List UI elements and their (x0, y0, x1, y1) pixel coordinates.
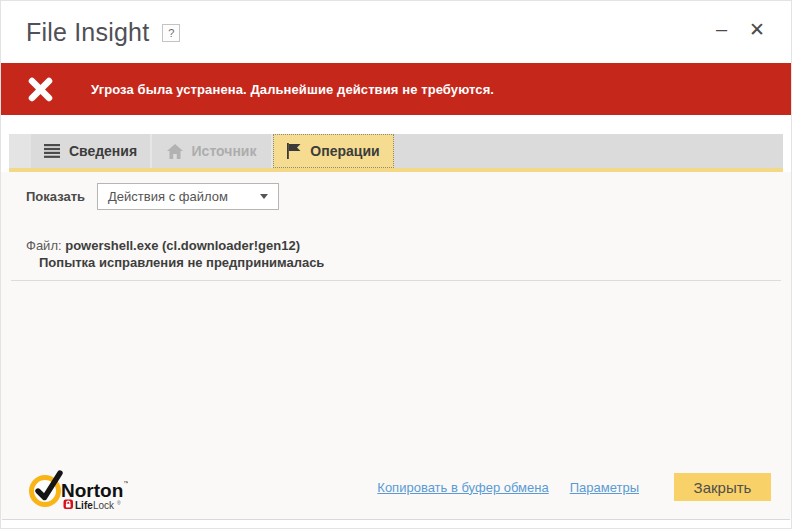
close-window-button[interactable]: ✕ (749, 20, 765, 39)
tab-details-label: Сведения (69, 143, 137, 159)
file-line: Файл: powershell.exe (cl.downloader!gen1… (26, 237, 791, 254)
dropdown-selected-value: Действия с файлом (108, 189, 228, 204)
tab-activity[interactable]: Операции (273, 134, 394, 168)
content-divider (11, 280, 781, 281)
brand-life: Life (75, 500, 93, 511)
brand-tm: ™ (123, 480, 128, 486)
remediation-status: Попытка исправления не предпринималась (26, 254, 791, 272)
tab-strip-lead (9, 134, 31, 168)
help-button[interactable]: ? (162, 24, 180, 42)
brand-name: Norton (61, 480, 123, 501)
norton-lifelock-logo: Norton ™ Life Lock ® (28, 464, 128, 510)
flag-icon (287, 143, 301, 159)
window-controls: – ✕ (716, 19, 765, 39)
banner-message: Угроза была устранена. Дальнейшие действ… (91, 82, 494, 97)
brand-reg: ® (117, 500, 121, 506)
content-area: Показать Действия с файлом Файл: powersh… (1, 172, 791, 461)
file-insight-window: File Insight ? – ✕ Угроза была устранена… (0, 0, 792, 529)
spacer (1, 115, 791, 134)
list-icon (44, 144, 60, 158)
bottom-strip (1, 520, 791, 528)
threat-status-banner: Угроза была устранена. Дальнейшие действ… (1, 63, 791, 115)
filter-row: Показать Действия с файлом (1, 183, 791, 210)
window-title: File Insight (26, 18, 149, 47)
tab-origin[interactable]: Источник (152, 134, 273, 168)
footer-actions: Копировать в буфер обмена Параметры Закр… (377, 473, 771, 501)
tab-strip: Сведения Источник Операции (9, 134, 783, 168)
file-label: Файл: (26, 238, 62, 253)
home-icon (167, 144, 183, 159)
chevron-down-icon (260, 194, 268, 199)
options-link[interactable]: Параметры (570, 480, 639, 495)
activity-filter-dropdown[interactable]: Действия с файлом (97, 183, 279, 210)
copy-to-clipboard-link[interactable]: Копировать в буфер обмена (377, 480, 548, 495)
minimize-button[interactable]: – (716, 19, 727, 39)
file-details: Файл: powershell.exe (cl.downloader!gen1… (1, 237, 791, 272)
footer-bar: Norton ™ Life Lock ® Копировать в буфер … (1, 461, 791, 519)
title-bar: File Insight ? – ✕ (1, 1, 791, 63)
file-name-value: powershell.exe (cl.downloader!gen12) (65, 238, 300, 253)
tab-details[interactable]: Сведения (31, 134, 152, 168)
tab-activity-label: Операции (310, 143, 379, 159)
show-label: Показать (26, 189, 85, 204)
brand-lock: Lock (93, 500, 115, 511)
close-button[interactable]: Закрыть (674, 473, 771, 501)
tab-origin-label: Источник (192, 143, 257, 159)
x-mark-icon (27, 76, 54, 103)
